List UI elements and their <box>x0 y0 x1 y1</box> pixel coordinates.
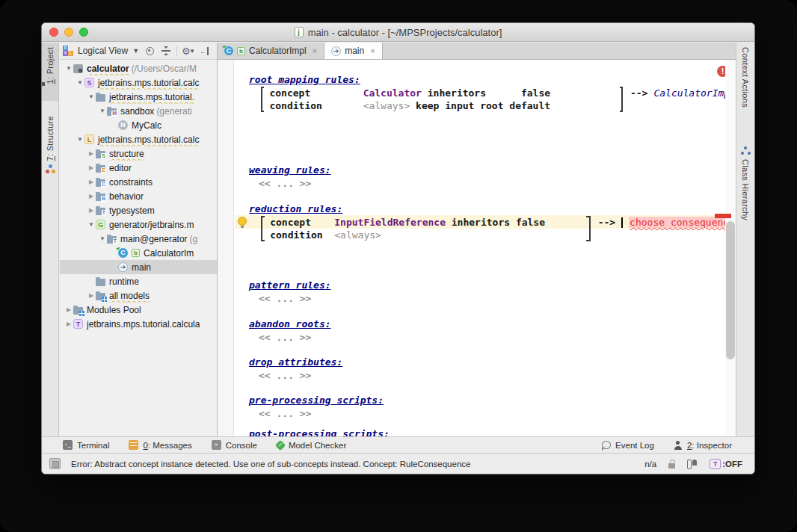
toolwindow-model-checker[interactable]: Model Checker <box>277 441 346 450</box>
abandon-placeholder[interactable]: << ... >> <box>259 331 311 344</box>
toolwindow-toggle-icon[interactable] <box>49 458 61 469</box>
section-pattern-rules[interactable]: pattern rules: <box>249 279 331 291</box>
expand-arrow-icon[interactable]: ▼ <box>76 79 84 86</box>
tree-row-generator[interactable]: ▼ G generator/jetbrains.m <box>60 217 217 232</box>
tree-row-solution[interactable]: ▼ S jetbrains.mps.tutorial.calc <box>60 75 217 90</box>
tool-tab-project[interactable]: 1: Project <box>42 43 58 101</box>
section-weaving-rules[interactable]: weaving rules: <box>249 164 331 176</box>
error-stripe-mark[interactable] <box>715 214 731 218</box>
consequence-calculatorimpl[interactable]: CalculatorImpl <box>653 87 736 99</box>
rule-value-keep-input[interactable]: default <box>509 100 550 111</box>
highlighting-level-icon[interactable] <box>687 459 698 468</box>
transient-models-toggle[interactable]: T :OFF <box>710 459 742 469</box>
tool-tab-structure[interactable]: 7: Structure <box>42 111 58 178</box>
expand-arrow-icon[interactable]: ▼ <box>87 221 96 228</box>
expand-arrow-icon[interactable]: ▼ <box>64 65 73 72</box>
close-tab-icon[interactable]: × <box>313 46 317 55</box>
editor-scrollbar[interactable] <box>725 60 736 436</box>
expand-arrow-icon[interactable]: ▶ <box>87 150 96 157</box>
chevron-down-icon[interactable]: ▼ <box>132 47 139 55</box>
root-mapping-rule-block[interactable]: conceptCalculator inheritorsfalse condit… <box>261 87 736 112</box>
section-abandon-roots[interactable]: abandon roots: <box>249 318 331 330</box>
section-pre-processing[interactable]: pre-processing scripts: <box>249 394 384 406</box>
expand-arrow-icon[interactable]: ▶ <box>87 164 96 171</box>
rule-key[interactable]: concept <box>270 216 334 229</box>
rule-key[interactable]: condition <box>270 229 334 241</box>
weaving-placeholder[interactable]: << ... >> <box>259 177 311 190</box>
tree-row-structure[interactable]: ▶ S structure <box>60 146 217 161</box>
rule-value-concept[interactable]: Calculator <box>363 87 422 99</box>
rule-key[interactable]: inheritors <box>452 216 516 229</box>
toolwindow-console[interactable]: » Console <box>212 440 257 450</box>
tool-tab-context-actions[interactable]: Context Actions <box>736 43 754 112</box>
lock-icon[interactable] <box>668 463 675 468</box>
intention-bulb-icon[interactable] <box>238 217 247 226</box>
toolwindow-terminal[interactable]: ›_ Terminal <box>63 440 109 450</box>
tree-row-constraints[interactable]: ▶ C constraints <box>60 175 217 189</box>
rule-key[interactable]: concept <box>269 87 363 99</box>
rule-value-inheritors[interactable]: false <box>516 217 545 228</box>
settings-gear-icon[interactable]: ⚙▾ <box>182 45 194 57</box>
tree-label: calculator <box>87 64 129 74</box>
tree-row-models-folder[interactable]: ▼ jetbrains.mps.tutorial. <box>60 90 217 104</box>
tree-row-calculator[interactable]: ▼ calculator (/Users/Oscar/M <box>60 61 217 75</box>
section-root-mapping-rules[interactable]: root mapping rules: <box>249 73 360 86</box>
close-tab-icon[interactable]: × <box>370 46 375 55</box>
tree-row-language[interactable]: ▼ L jetbrains.mps.tutorial.calc <box>60 132 217 146</box>
rule-key[interactable]: keep input root <box>416 99 509 112</box>
tab-main[interactable]: ➔ main × <box>324 43 382 59</box>
expand-arrow-icon[interactable]: ▼ <box>87 93 96 100</box>
expand-arrow-icon[interactable]: ▼ <box>98 235 107 242</box>
view-selector[interactable]: Logical View <box>78 46 128 56</box>
rule-value-inheritors[interactable]: false <box>521 87 550 99</box>
tree-row-behavior[interactable]: ▶ B behavior <box>60 189 217 203</box>
section-reduction-rules[interactable]: reduction rules: <box>249 202 342 215</box>
expand-arrow-icon[interactable]: ▶ <box>87 292 96 299</box>
tab-calculatorimpl[interactable]: C b CalculatorImpl × <box>218 43 324 59</box>
toolwindow-messages[interactable]: 0: Messages <box>129 440 191 450</box>
rule-key[interactable]: inheritors <box>428 87 521 99</box>
toolwindow-inspector[interactable]: 2: Inspector <box>674 441 732 450</box>
rule-value-condition[interactable]: <always> <box>334 229 381 241</box>
collapse-all-icon[interactable] <box>160 45 172 57</box>
pattern-placeholder[interactable]: << ... >> <box>259 292 311 305</box>
expand-arrow-icon[interactable]: ▼ <box>76 136 84 143</box>
tree-row-calculatorimpl[interactable]: C b CalculatorIm <box>60 246 217 260</box>
expand-arrow-icon[interactable]: ▶ <box>87 179 96 185</box>
hide-toolwindow-icon[interactable]: ← <box>198 45 210 57</box>
tree-row-runtime[interactable]: runtime <box>60 274 217 288</box>
rule-value-condition[interactable]: <always> <box>363 100 410 111</box>
tree-row-main-selected[interactable]: ➔ main <box>60 260 217 274</box>
scrollbar-thumb[interactable] <box>726 221 735 359</box>
toolwindow-event-log[interactable]: Event Log <box>602 441 654 450</box>
section-drop-attributes[interactable]: drop attributes: <box>249 356 342 368</box>
expand-arrow-icon[interactable]: ▼ <box>98 108 107 114</box>
position-indicator[interactable]: n/a <box>644 460 656 468</box>
editor-canvas[interactable]: root mapping rules: conceptCalculator in… <box>218 60 736 436</box>
tree-row-mycalc[interactable]: N MyCalc <box>60 118 217 132</box>
expand-arrow-icon[interactable]: ▶ <box>87 193 96 200</box>
expand-arrow-icon[interactable]: ▶ <box>64 306 73 313</box>
tree-row-tutorial-module[interactable]: ▶ T jetbrains.mps.tutorial.calcula <box>60 317 217 331</box>
consequence-error-cell[interactable]: choose consequence <box>629 217 736 228</box>
tree-row-sandbox[interactable]: ▼ M sandbox (generati <box>60 104 217 118</box>
tree-row-typesystem[interactable]: ▶ T typesystem <box>60 203 217 217</box>
rule-key[interactable]: condition <box>269 99 363 112</box>
tree-row-main-generator[interactable]: ▼ T main@generator (g <box>60 232 217 246</box>
zoom-window-button[interactable] <box>79 28 88 37</box>
drop-placeholder[interactable]: << ... >> <box>259 369 311 382</box>
reduction-rule-block[interactable]: conceptInputFieldReference inheritorsfal… <box>261 216 736 241</box>
tree-row-modules-pool[interactable]: ▶ Modules Pool <box>60 303 217 317</box>
tree-row-editor[interactable]: ▶ E editor <box>60 161 217 175</box>
tree-row-all-models[interactable]: ▶ all models <box>60 288 217 303</box>
locate-node-icon[interactable] <box>144 45 156 57</box>
expand-arrow-icon[interactable]: ▶ <box>64 321 73 327</box>
close-window-button[interactable] <box>49 28 58 37</box>
expand-arrow-icon[interactable]: ▶ <box>87 207 96 214</box>
minimize-window-button[interactable] <box>64 28 73 37</box>
section-post-processing[interactable]: post-processing scripts: <box>249 427 390 436</box>
folder-c-icon: C <box>96 179 105 187</box>
pre-placeholder[interactable]: << ... >> <box>259 407 311 420</box>
rule-value-concept[interactable]: InputFieldReference <box>334 217 446 228</box>
tool-tab-class-hierarchy[interactable]: Class Hierarchy <box>736 142 754 225</box>
